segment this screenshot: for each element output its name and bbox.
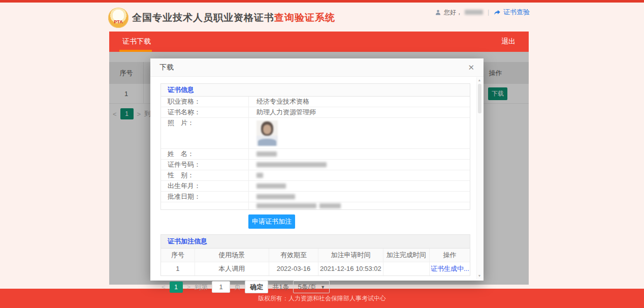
col-valid-until: 有效期至 xyxy=(269,249,318,262)
pta-logo: PTA xyxy=(108,8,128,28)
scrollbar-thumb[interactable] xyxy=(478,84,481,113)
annotation-section-title: 证书加注信息 xyxy=(161,235,470,249)
col-scene: 使用场景 xyxy=(195,249,269,262)
cert-row-name: 姓 名： xyxy=(161,149,470,160)
cell-complete-time xyxy=(383,262,430,275)
page-size-value: 5条/页 xyxy=(298,283,316,292)
field-label: 证件号码： xyxy=(161,160,249,170)
page-title: 全国专业技术人员职业资格证书查询验证系统 xyxy=(132,11,335,24)
modal-title-bar: 下载 ✕ xyxy=(150,58,484,77)
certificate-photo xyxy=(256,120,278,146)
brand: PTA 全国专业技术人员职业资格证书查询验证系统 xyxy=(108,8,335,28)
redacted-username xyxy=(465,10,483,15)
page-number-input[interactable] xyxy=(212,281,230,293)
cert-info-section-title: 证书信息 xyxy=(161,84,470,97)
field-label: 姓 名： xyxy=(161,149,249,159)
field-value xyxy=(249,192,470,202)
field-value: 经济专业技术资格 xyxy=(249,97,470,107)
annotation-table-row: 1 本人调用 2022-03-16 2021-12-16 10:53:02 证书… xyxy=(161,262,470,275)
field-label: 照 片： xyxy=(161,118,249,148)
annotation-table-header: 序号 使用场景 有效期至 加注申请时间 加注完成时间 操作 xyxy=(161,249,470,262)
field-value xyxy=(249,118,470,148)
redacted-extra-info xyxy=(256,203,316,208)
goto-label: 到第 xyxy=(195,283,208,292)
cell-apply-time: 2021-12-16 10:53:02 xyxy=(318,262,383,275)
cert-row-qualification: 职业资格： 经济专业技术资格 xyxy=(161,97,470,107)
cert-row-cert-name: 证书名称： 助理人力资源管理师 xyxy=(161,107,470,118)
field-label: 职业资格： xyxy=(161,97,249,107)
share-arrow-icon xyxy=(494,9,501,16)
modal-body: 证书信息 职业资格： 经济专业技术资格 证书名称： 助理人力资源管理师 照 片： xyxy=(150,77,484,293)
field-label: 证书名称： xyxy=(161,107,249,117)
nav-bar: 证书下载 退出 xyxy=(109,32,529,52)
col-action: 操作 xyxy=(430,249,470,262)
download-modal: 下载 ✕ 证书信息 职业资格： 经济专业技术资格 证书名称： 助理人力资源管理师… xyxy=(150,58,484,281)
user-icon xyxy=(435,9,441,16)
separator: | xyxy=(488,9,489,16)
cert-row-extra xyxy=(161,202,470,209)
col-apply-time: 加注申请时间 xyxy=(318,249,383,262)
cert-generating-link[interactable]: 证书生成中... xyxy=(430,262,470,275)
modal-pagination: < 1 > 到第 页 确定 共1条 5条/页 ▼ xyxy=(162,281,470,293)
annotation-section: 证书加注信息 序号 使用场景 有效期至 加注申请时间 加注完成时间 操作 1 本… xyxy=(160,234,470,276)
cell-valid-until: 2022-03-16 xyxy=(269,262,318,275)
tab-cert-download-label: 证书下载 xyxy=(122,37,151,46)
cert-info-section: 证书信息 职业资格： 经济专业技术资格 证书名称： 助理人力资源管理师 照 片： xyxy=(160,83,470,210)
site-header: PTA 全国专业技术人员职业资格证书查询验证系统 您好， | 证书查验 xyxy=(0,3,644,32)
field-value: 助理人力资源管理师 xyxy=(249,107,470,117)
greeting-text: 您好， xyxy=(444,8,462,17)
prev-page-arrow[interactable]: < xyxy=(162,283,166,291)
cert-row-photo: 照 片： xyxy=(161,118,470,149)
col-complete-time: 加注完成时间 xyxy=(383,249,430,262)
field-value xyxy=(249,181,470,191)
cert-row-approval-date: 批准日期： xyxy=(161,192,470,202)
logout-button[interactable]: 退出 xyxy=(501,37,516,46)
page-title-accent: 查询验证系统 xyxy=(274,12,335,23)
chevron-down-icon: ▼ xyxy=(320,285,325,290)
cert-row-birth: 出生年月： xyxy=(161,181,470,192)
field-value xyxy=(249,160,470,170)
cert-row-id-number: 证件号码： xyxy=(161,160,470,170)
page: PTA 全国专业技术人员职业资格证书查询验证系统 您好， | 证书查验 证书下载… xyxy=(0,0,644,308)
redacted-gender xyxy=(256,173,263,178)
total-count-label: 共1条 xyxy=(272,283,289,292)
cell-index: 1 xyxy=(161,262,195,275)
copyright-text: 版权所有：人力资源和社会保障部人事考试中心 xyxy=(258,294,386,303)
field-label xyxy=(161,202,249,209)
cell-scene: 本人调用 xyxy=(195,262,269,275)
page-1-button[interactable]: 1 xyxy=(170,282,183,293)
tab-cert-download[interactable]: 证书下载 xyxy=(122,32,151,52)
modal-scrollbar[interactable]: ▲ ▼ xyxy=(476,77,482,279)
next-page-arrow[interactable]: > xyxy=(187,283,191,291)
field-value xyxy=(249,149,470,159)
page-title-main: 全国专业技术人员职业资格证书 xyxy=(132,12,274,23)
redacted-name xyxy=(256,151,277,157)
pta-logo-text: PTA xyxy=(114,19,122,24)
modal-title: 下载 xyxy=(159,63,174,72)
field-value xyxy=(249,170,470,180)
apply-annotation-button[interactable]: 申请证书加注 xyxy=(248,214,295,229)
col-index: 序号 xyxy=(161,249,195,262)
page-unit-label: 页 xyxy=(234,283,241,292)
field-label: 批准日期： xyxy=(161,192,249,202)
scroll-up-icon[interactable]: ▲ xyxy=(477,78,482,83)
field-value xyxy=(249,202,470,209)
cert-row-gender: 性 别： xyxy=(161,170,470,181)
close-icon[interactable]: ✕ xyxy=(468,64,474,71)
redacted-id-number xyxy=(256,162,327,167)
field-label: 出生年月： xyxy=(161,181,249,191)
confirm-page-button[interactable]: 确定 xyxy=(245,281,268,293)
user-bar: 您好， | 证书查验 xyxy=(435,8,530,17)
cert-verify-link[interactable]: 证书查验 xyxy=(503,8,530,17)
field-label: 性 别： xyxy=(161,170,249,180)
page-size-select[interactable]: 5条/页 ▼ xyxy=(293,281,330,293)
redacted-extra-info-2 xyxy=(319,203,341,208)
redacted-approval-date xyxy=(256,194,295,199)
scroll-down-icon[interactable]: ▼ xyxy=(477,273,482,279)
redacted-birth-date xyxy=(256,183,286,189)
